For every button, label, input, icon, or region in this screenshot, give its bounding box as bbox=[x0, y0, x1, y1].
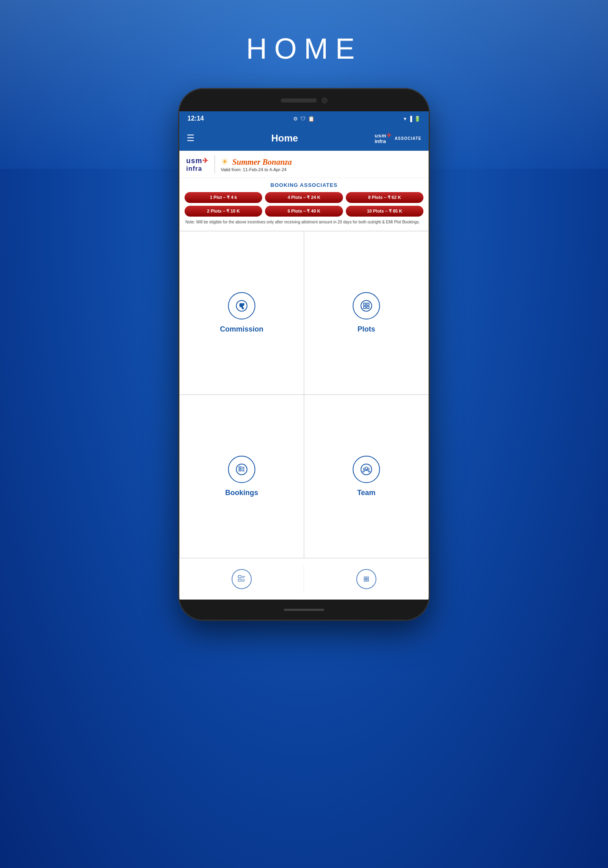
rupee-icon: ₹ bbox=[228, 292, 255, 319]
bonanza-valid-dates: Valid from: 11-Feb-24 to 4-Apr-24 bbox=[221, 167, 287, 172]
header-logo-area: usm✈ infra ASSOCIATE bbox=[375, 132, 421, 144]
booking-associates-title: BOOKING ASSOCIATES bbox=[185, 182, 423, 188]
phone-screen: 12:14 ⚙ 🛡 📋 ▾ ▐ 🔋 ☰ Home usm✈ inf bbox=[179, 111, 429, 600]
shield-icon: 🛡 bbox=[300, 116, 306, 122]
banner-brand-text: usm✈ bbox=[186, 156, 209, 165]
app-header: ☰ Home usm✈ infra ASSOCIATE bbox=[179, 126, 429, 151]
banner-tick: ✈ bbox=[202, 157, 209, 165]
phone-speaker bbox=[281, 98, 317, 102]
menu-item-team[interactable]: Team bbox=[304, 395, 429, 558]
clipboard-icon: 📋 bbox=[308, 116, 314, 122]
gear-icon: ⚙ bbox=[293, 116, 298, 122]
incentive-grid: 1 Plot – ₹ 4 k 4 Plots – ₹ 24 K 8 Plots … bbox=[185, 192, 423, 217]
battery-icon: 🔋 bbox=[414, 116, 421, 122]
svg-rect-18 bbox=[238, 575, 241, 577]
svg-rect-24 bbox=[364, 577, 366, 579]
status-bar: 12:14 ⚙ 🛡 📋 ▾ ▐ 🔋 bbox=[179, 111, 429, 126]
incentive-2plots[interactable]: 2 Plots – ₹ 10 K bbox=[185, 206, 262, 217]
banner-card: usm✈ infra ☀ Summer Bonanza Valid from: … bbox=[179, 151, 429, 231]
phone-top-bezel bbox=[179, 89, 429, 111]
booking-associates-section: BOOKING ASSOCIATES 1 Plot – ₹ 4 k 4 Plot… bbox=[180, 178, 428, 231]
svg-rect-4 bbox=[367, 303, 369, 305]
bookings-label: Bookings bbox=[225, 489, 258, 497]
svg-text:₹: ₹ bbox=[240, 303, 244, 310]
svg-rect-27 bbox=[367, 579, 368, 581]
bookings-icon bbox=[228, 456, 255, 483]
bonanza-title-line: ☀ Summer Bonanza bbox=[221, 157, 292, 167]
usm-logo-small: usm✈ infra bbox=[375, 132, 392, 144]
menu-item-bookings[interactable]: Bookings bbox=[179, 395, 304, 558]
banner-divider bbox=[214, 155, 215, 174]
plots-label: Plots bbox=[357, 325, 375, 334]
banner-infra-text: infra bbox=[186, 165, 209, 172]
svg-rect-3 bbox=[364, 303, 366, 305]
logo-usm-text: usm✈ bbox=[375, 132, 392, 138]
svg-rect-21 bbox=[238, 579, 241, 581]
plots-icon bbox=[353, 292, 380, 319]
svg-point-2 bbox=[361, 301, 372, 311]
banner-top: usm✈ infra ☀ Summer Bonanza Valid from: … bbox=[180, 151, 428, 178]
home-indicator bbox=[284, 609, 324, 611]
team-label: Team bbox=[357, 489, 376, 497]
banner-logo: usm✈ infra bbox=[186, 156, 209, 172]
svg-rect-11 bbox=[239, 469, 241, 471]
incentive-4plots[interactable]: 4 Plots – ₹ 24 K bbox=[265, 192, 343, 203]
logo-usm-letters: usm bbox=[375, 133, 387, 139]
bonanza-title: Summer Bonanza bbox=[232, 158, 292, 166]
svg-rect-5 bbox=[364, 306, 366, 308]
svg-point-7 bbox=[236, 464, 247, 475]
incentive-10plots[interactable]: 10 Plots – ₹ 85 K bbox=[346, 206, 423, 217]
status-icons-right: ▾ ▐ 🔋 bbox=[404, 116, 421, 122]
svg-point-15 bbox=[365, 467, 368, 470]
status-time: 12:14 bbox=[187, 115, 204, 122]
logo-tick: ✈ bbox=[386, 132, 392, 139]
status-icons-left: ⚙ 🛡 📋 bbox=[293, 116, 314, 122]
hamburger-menu-icon[interactable]: ☰ bbox=[187, 134, 195, 143]
phone-mockup: 12:14 ⚙ 🛡 📋 ▾ ▐ 🔋 ☰ Home usm✈ inf bbox=[179, 89, 429, 620]
page-title: HOME bbox=[246, 32, 362, 65]
main-menu-grid: ₹ Commission Plots bbox=[179, 231, 429, 558]
incentive-note: Note: Will be eligible for the above inc… bbox=[185, 219, 423, 227]
signal-icon: ▐ bbox=[409, 116, 412, 122]
svg-rect-6 bbox=[367, 306, 369, 308]
sun-icon: ☀ bbox=[221, 157, 229, 167]
svg-rect-26 bbox=[364, 579, 366, 581]
phone-camera bbox=[322, 98, 327, 103]
wifi-icon: ▾ bbox=[404, 116, 407, 122]
logo-infra-text: infra bbox=[375, 138, 386, 144]
svg-rect-8 bbox=[239, 467, 241, 468]
phone-bottom-bezel bbox=[179, 600, 429, 620]
incentive-1plot[interactable]: 1 Plot – ₹ 4 k bbox=[185, 192, 262, 203]
commission-label: Commission bbox=[220, 325, 263, 334]
svg-rect-25 bbox=[367, 577, 368, 579]
header-title: Home bbox=[271, 133, 298, 144]
incentive-6plots[interactable]: 6 Plots – ₹ 40 K bbox=[265, 206, 343, 217]
svg-point-16 bbox=[364, 468, 365, 470]
associate-badge: ASSOCIATE bbox=[394, 136, 421, 141]
incentive-8plots[interactable]: 8 Plots – ₹ 62 K bbox=[346, 192, 423, 203]
menu-item-commission[interactable]: ₹ Commission bbox=[179, 231, 304, 395]
svg-point-17 bbox=[368, 468, 369, 470]
team-icon bbox=[353, 456, 380, 483]
menu-item-plots[interactable]: Plots bbox=[304, 231, 429, 395]
summer-bonanza-block: ☀ Summer Bonanza Valid from: 11-Feb-24 t… bbox=[221, 157, 292, 172]
